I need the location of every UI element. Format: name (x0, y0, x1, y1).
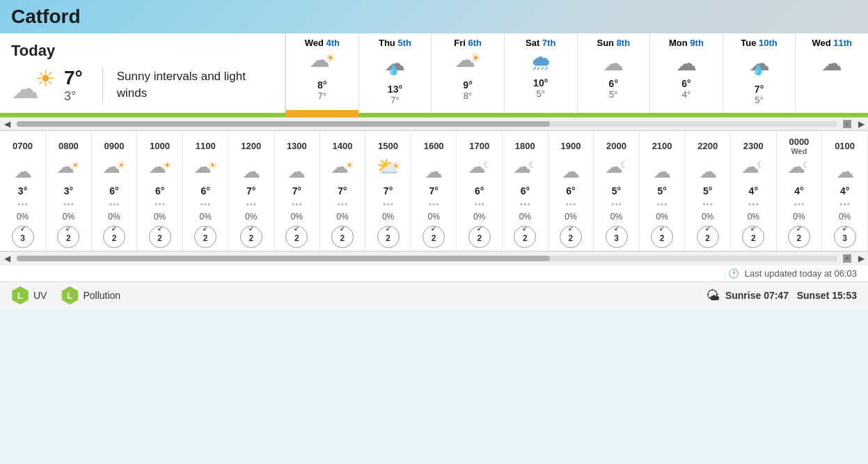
hourly-precip-icon-row: • • • • • • • • • • • • • • • • • • • • … (0, 198, 868, 210)
forecast-day-icon: ☁ (653, 51, 720, 75)
wind-dir-icon: ↙ (431, 225, 436, 232)
hourly-precip-icon-cell: • • • (91, 198, 137, 210)
hourly-precip-pct-cell: 0% (365, 210, 411, 223)
pollution-label: Pollution (83, 290, 120, 301)
wind-dir-icon: ↙ (157, 225, 163, 232)
hourly-icon-cell: ☾ ☁ (731, 158, 777, 184)
hourly-precip-pct-cell: 0% (182, 210, 228, 223)
forecast-header-row: Today ☀ ☁ 7° 3° Sunny intervals and ligh… (0, 33, 868, 113)
wind-dir-icon: ↙ (750, 225, 756, 232)
hourly-wind-row: ↙ 3 ↙ 2 ↙ 2 ↙ 2 ↙ 2 ↙ 2 ↙ 2 ↙ 2 ↙ 2 ↙ 2 (0, 223, 868, 251)
wind-speed: 2 (112, 233, 117, 243)
today-temperatures: 7° 3° (64, 67, 83, 104)
precip-drops: • • • (338, 200, 348, 210)
precip-drops: • • • (566, 200, 576, 210)
forecast-day-tue-10th[interactable]: Tue 10th ☁ 💧 7°5° (723, 33, 796, 113)
bottom-scrollbar[interactable]: ◀ ≡ ▶ (0, 251, 868, 265)
wind-speed: 2 (797, 233, 802, 243)
scroll-track-bottom[interactable] (17, 256, 837, 261)
wind-circle: ↙ 2 (194, 226, 216, 248)
forecast-day-fri-6th[interactable]: Fri 6th ☀ ☁ 9°8° (431, 33, 504, 113)
wind-circle: ↙ 2 (57, 226, 79, 248)
top-scrollbar[interactable]: ◀ ≡ ▶ (0, 117, 868, 131)
time-label: 1000 (140, 141, 180, 151)
hourly-icon-cell: ☀ ☁ (91, 158, 137, 184)
precip-drops: • • • (520, 200, 530, 210)
wind-dir-icon: ↙ (705, 225, 711, 232)
scroll-left-arrow-bottom[interactable]: ◀ (0, 252, 14, 265)
wind-dir-icon: ↙ (340, 225, 345, 232)
hourly-wind-cell: ↙ 3 (822, 223, 868, 251)
hourly-time-cell: 0900 (91, 131, 137, 158)
forecast-day-sun-8th[interactable]: Sun 8th☁6°5° (577, 33, 650, 113)
wind-speed: 2 (477, 233, 482, 243)
hourly-precip-pct-row: 0%0%0%0%0%0%0%0%0%0%0%0%0%0%0%0%0%0%0% (0, 210, 868, 223)
forecast-day-icon: ☀ ☁ (434, 51, 501, 77)
forecast-day-name: Tue 10th (726, 38, 793, 48)
wind-dir-icon: ↙ (659, 225, 665, 232)
hourly-time-cell: 2000 (594, 131, 640, 158)
uv-badge-item: L UV (11, 286, 47, 304)
hourly-precip-pct-cell: 0% (46, 210, 92, 223)
forecast-day-name: Wed 11th (798, 38, 865, 48)
hourly-icon-row: ☁ ☀ ☁ ☀ ☁ ☀ ☁ ☀ ☁ ☁☁ ☀ ☁ ☀ ⛅ ☁ ☾ ☁ (0, 158, 868, 184)
hourly-temp-cell: 3° (0, 184, 46, 198)
time-label: 1200 (231, 141, 271, 151)
wind-speed: 3 (614, 233, 619, 243)
hourly-icon-cell: ☀ ☁ (319, 158, 365, 184)
wind-speed: 2 (660, 233, 665, 243)
wind-dir-icon: ↙ (477, 225, 482, 232)
hourly-wind-cell: ↙ 2 (137, 223, 183, 251)
sunrise-text: Sunrise 07:47 Sunset 15:53 (725, 290, 857, 301)
hourly-time-cell: 1200 (228, 131, 274, 158)
location-title: Catford (11, 6, 81, 28)
hourly-time-cell: 0000Wed (776, 131, 822, 158)
precip-drops: • • • (155, 200, 165, 210)
hourly-temp-cell: 3° (46, 184, 92, 198)
forecast-day-thu-5th[interactable]: Thu 5th ☁ 💧 13°7° (358, 33, 432, 113)
hourly-time-cell: 0800 (46, 131, 92, 158)
hourly-precip-icon-cell: • • • (182, 198, 228, 210)
scroll-track[interactable] (17, 121, 837, 127)
time-label: 0100 (825, 141, 865, 151)
hourly-precip-pct-cell: 0% (91, 210, 137, 223)
hourly-precip-icon-cell: • • • (137, 198, 183, 210)
wind-dir-icon: ↙ (568, 225, 574, 232)
wind-speed: 2 (705, 233, 710, 243)
forecast-day-sat-7th[interactable]: Sat 7th🌧10°5° (504, 33, 577, 113)
hourly-temp-cell: 7° (365, 184, 411, 198)
hourly-wind-cell: ↙ 2 (639, 223, 685, 251)
hourly-temp-cell: 6° (91, 184, 137, 198)
forecast-day-wed-4th[interactable]: Wed 4th ☀ ☁ 8°7° (285, 33, 358, 113)
scroll-handle-icon[interactable]: ≡ (843, 120, 851, 128)
hourly-precip-pct-cell: 0% (274, 210, 320, 223)
precip-drops: • • • (474, 200, 484, 210)
precip-drops: • • • (794, 200, 805, 210)
scroll-right-arrow[interactable]: ▶ (854, 117, 868, 131)
date-label: Wed (780, 147, 819, 155)
time-label: 1500 (368, 141, 408, 151)
hourly-wind-cell: ↙ 2 (319, 223, 365, 251)
wind-speed: 3 (842, 233, 847, 243)
precip-drops: • • • (292, 200, 302, 210)
hourly-wind-cell: ↙ 2 (365, 223, 411, 251)
hourly-precip-icon-cell: • • • (46, 198, 92, 210)
hourly-wind-cell: ↙ 2 (274, 223, 320, 251)
scroll-handle-icon-bottom[interactable]: ≡ (843, 254, 851, 263)
wind-speed: 3 (20, 233, 25, 243)
forecast-day-wed-11th[interactable]: Wed 11th☁ (795, 33, 868, 113)
forecast-day-mon-9th[interactable]: Mon 9th☁6°4° (649, 33, 723, 113)
scroll-left-arrow[interactable]: ◀ (0, 117, 14, 131)
time-label: 0700 (3, 141, 42, 151)
footer-left: L UV L Pollution (11, 286, 120, 304)
hourly-wind-cell: ↙ 2 (457, 223, 503, 251)
scroll-right-arrow-bottom[interactable]: ▶ (854, 252, 868, 265)
hourly-precip-pct-cell: 0% (503, 210, 549, 223)
hourly-temp-cell: 4° (822, 184, 868, 198)
hourly-wind-cell: ↙ 2 (548, 223, 594, 251)
hourly-precip-icon-cell: • • • (411, 198, 457, 210)
hourly-precip-pct-cell: 0% (137, 210, 183, 223)
hourly-time-cell: 0700 (0, 131, 46, 158)
hourly-time-cell: 2200 (685, 131, 731, 158)
wind-dir-icon: ↙ (65, 225, 71, 232)
